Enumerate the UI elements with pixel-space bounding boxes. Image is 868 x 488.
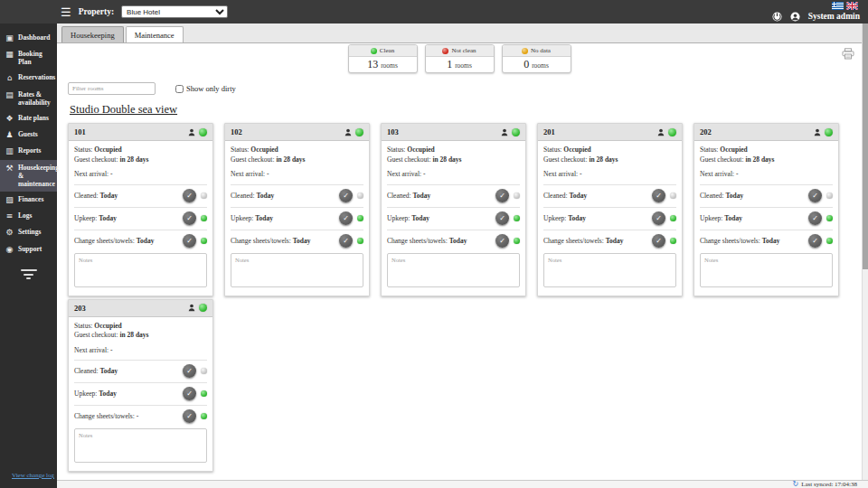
main-content: Clean13roomsNot clean1roomsNo data0rooms…	[57, 43, 862, 480]
task-status-dot	[514, 192, 520, 199]
sidebar-item-label: Rates & availability	[18, 90, 55, 107]
sidebar-item-guests[interactable]: ♟Guests	[0, 127, 57, 143]
sidebar-item-logs[interactable]: ≡Logs	[0, 208, 57, 224]
status-summary-row: Clean13roomsNot clean1roomsNo data0rooms	[57, 44, 862, 73]
sidebar-item-finances[interactable]: ▨Finances	[0, 192, 57, 208]
task-complete-button[interactable]: ✓	[183, 211, 196, 225]
task-row-cleaned: Cleaned: Today✓	[387, 184, 520, 202]
room-notes-input[interactable]	[74, 253, 207, 287]
sidebar-item-reports[interactable]: ▥Reports	[0, 143, 57, 159]
task-label: Change sheets/towels: Today	[700, 237, 808, 245]
summary-count: 13	[367, 58, 378, 71]
task-complete-button[interactable]: ✓	[652, 234, 665, 248]
tab-maintenance[interactable]: Maintenance	[126, 26, 184, 42]
task-complete-button[interactable]: ✓	[808, 234, 822, 248]
sidebar-nav: ▣Dashboard▦Booking Plan⌂Reservations▤Rat…	[0, 30, 57, 258]
sidebar-item-reservations[interactable]: ⌂Reservations	[0, 70, 57, 86]
uk-flag-icon[interactable]	[846, 2, 858, 10]
task-complete-button[interactable]: ✓	[652, 189, 665, 202]
task-complete-button[interactable]: ✓	[339, 211, 353, 225]
task-row-change-sheets-towels: Change sheets/towels: Today✓	[231, 230, 363, 248]
show-only-dirty-toggle[interactable]: Show only dirty	[175, 84, 236, 93]
task-status-dot	[201, 238, 207, 244]
task-label: Upkeep: Today	[231, 214, 339, 222]
sidebar-item-label: Settings	[18, 228, 41, 236]
tab-bar: HousekeepingMaintenance	[57, 23, 868, 43]
room-info-line: Next arrival: -	[74, 170, 207, 180]
room-number: 202	[700, 127, 810, 136]
task-row-change-sheets-towels: Change sheets/towels: Today✓	[700, 230, 833, 248]
scrollbar-thumb[interactable]	[863, 23, 868, 269]
last-synced-text: Last synced: 17:04:38	[801, 481, 857, 488]
summary-count: 0	[524, 58, 529, 71]
user-icon[interactable]	[790, 12, 800, 22]
greek-flag-icon[interactable]	[832, 2, 844, 10]
task-complete-button[interactable]: ✓	[339, 189, 353, 202]
room-card-body: Status: OccupiedGuest checkout: in 28 da…	[694, 141, 838, 296]
room-info-line: Next arrival: -	[74, 346, 207, 356]
room-card-203: 203Status: OccupiedGuest checkout: in 28…	[68, 299, 213, 473]
summary-label: Not clean	[451, 47, 476, 54]
room-notes-input[interactable]	[74, 428, 207, 463]
task-complete-button[interactable]: ✓	[652, 211, 665, 225]
sidebar-item-settings[interactable]: ⚙Settings	[0, 224, 57, 240]
room-info-line: Guest checkout: in 28 days	[387, 155, 520, 165]
property-select[interactable]: Blue Hotel	[121, 5, 228, 18]
task-complete-button[interactable]: ✓	[808, 211, 822, 225]
task-complete-button[interactable]: ✓	[183, 409, 196, 423]
task-complete-button[interactable]: ✓	[495, 211, 509, 225]
power-icon[interactable]	[772, 12, 782, 22]
sidebar-item-label: Booking Plan	[18, 50, 55, 66]
room-notes-input[interactable]	[543, 253, 676, 287]
task-complete-button[interactable]: ✓	[339, 234, 353, 248]
housekeeping-icon: ⚒	[5, 164, 14, 173]
tab-housekeeping[interactable]: Housekeeping	[61, 26, 124, 42]
room-status-dot	[355, 128, 363, 136]
task-label: Cleaned: Today	[74, 367, 183, 375]
task-status-dot	[514, 215, 520, 221]
sidebar: ▣Dashboard▦Booking Plan⌂Reservations▤Rat…	[0, 23, 57, 488]
room-grid: 101Status: OccupiedGuest checkout: in 28…	[68, 123, 862, 472]
task-complete-button[interactable]: ✓	[495, 189, 509, 202]
show-only-dirty-checkbox[interactable]	[175, 85, 184, 93]
rooms-area: Studio Double sea view101Status: Occupie…	[68, 103, 862, 480]
sidebar-item-support[interactable]: ◉Support	[0, 241, 57, 258]
room-info-line: Status: Occupied	[231, 145, 363, 155]
filter-rooms-input[interactable]	[68, 82, 156, 95]
room-info-line: Next arrival: -	[700, 170, 833, 180]
sidebar-item-housekeeping-maintenance[interactable]: ⚒Housekeeping & maintenance	[0, 160, 57, 192]
dashboard-icon: ▣	[5, 33, 14, 42]
task-label: Change sheets/towels: Today	[543, 237, 652, 245]
task-complete-button[interactable]: ✓	[183, 364, 196, 378]
room-info-line: Next arrival: -	[543, 170, 676, 180]
room-notes-input[interactable]	[231, 253, 363, 287]
room-card-103: 103Status: OccupiedGuest checkout: in 28…	[381, 123, 526, 296]
task-label: Upkeep: Today	[74, 389, 183, 398]
view-change-log-link[interactable]: View change log	[12, 472, 54, 479]
hamburger-menu-icon[interactable]: ☰	[61, 6, 71, 18]
room-notes-input[interactable]	[700, 253, 833, 287]
print-icon[interactable]	[842, 48, 854, 60]
sidebar-item-dashboard[interactable]: ▣Dashboard	[0, 30, 57, 46]
rate-plans-icon: ❖	[5, 114, 14, 123]
sidebar-item-booking-plan[interactable]: ▦Booking Plan	[0, 46, 57, 70]
task-complete-button[interactable]: ✓	[183, 189, 196, 202]
sidebar-collapse-icon[interactable]	[19, 269, 39, 279]
task-status-dot	[670, 192, 676, 199]
task-complete-button[interactable]: ✓	[183, 234, 196, 248]
vertical-scrollbar[interactable]	[862, 23, 868, 480]
room-notes-input[interactable]	[387, 253, 520, 287]
task-complete-button[interactable]: ✓	[808, 189, 822, 202]
reservations-icon: ⌂	[5, 73, 14, 82]
sidebar-item-label: Rate plans	[18, 114, 49, 122]
task-status-dot	[670, 215, 676, 221]
room-card-header: 201	[538, 124, 682, 141]
summary-label: No data	[531, 47, 551, 54]
task-complete-button[interactable]: ✓	[495, 234, 509, 248]
user-name[interactable]: System admin	[808, 12, 860, 21]
sidebar-item-rate-plans[interactable]: ❖Rate plans	[0, 110, 57, 127]
room-card-201: 201Status: OccupiedGuest checkout: in 28…	[537, 123, 683, 296]
task-complete-button[interactable]: ✓	[183, 387, 196, 400]
sidebar-item-rates-availability[interactable]: ▤Rates & availability	[0, 87, 57, 110]
sync-icon[interactable]: ↻	[792, 481, 798, 488]
